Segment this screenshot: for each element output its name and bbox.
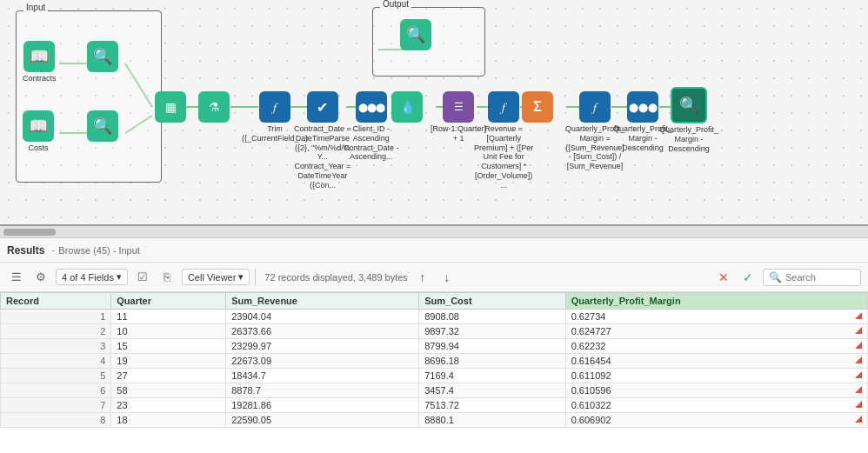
cell-sum-cost: 7169.4 — [419, 369, 566, 383]
table-row: 6 58 8878.7 3457.4 0.610596 — [1, 383, 868, 398]
col-record: Record — [1, 293, 111, 310]
cell-sum-revenue: 19281.86 — [226, 398, 419, 413]
output-bino-icon: 🔍 — [400, 19, 431, 50]
row-indicator — [855, 312, 862, 319]
datetime-label: Contract_Date =DateTimeParse({2}, "%m/%d… — [294, 124, 351, 190]
data-table-container: Record Quarter Sum_Revenue Sum_Cost Quar… — [0, 292, 868, 453]
confirm-btn[interactable]: ✓ — [738, 268, 758, 287]
trim-icon: 𝑓 — [259, 91, 290, 123]
node-costs[interactable]: 📖 Costs — [23, 110, 54, 153]
sort-label: Client_ID -AscendingContract_Date -Ascen… — [344, 124, 399, 162]
table-row: 7 23 19281.86 7513.72 0.610322 — [1, 398, 868, 413]
row-indicator — [855, 342, 862, 349]
cell-margin: 0.610322 — [565, 398, 867, 413]
search-container: 🔍 — [763, 269, 861, 286]
cell-quarter: 15 — [111, 339, 226, 354]
node-filter[interactable]: ⚗ — [198, 91, 230, 123]
node-join[interactable]: ▦ — [155, 91, 186, 123]
row-indicator — [855, 401, 862, 408]
cell-sum-cost: 7513.72 — [419, 398, 566, 413]
sort2-icon: ⬤⬤⬤ — [627, 91, 658, 123]
node-sample[interactable]: 💧 — [391, 91, 423, 123]
formula2-icon: 𝑓 — [579, 91, 611, 123]
arrow-up-btn[interactable]: ↑ — [413, 268, 432, 287]
cell-margin: 0.624727 — [565, 324, 867, 339]
final-bino-label: Quarterly_Profit_Margin -Descending — [659, 125, 718, 153]
node-datetime[interactable]: ✔ Contract_Date =DateTimeParse({2}, "%m/… — [294, 91, 351, 190]
contracts-bino-icon: 🔍 — [87, 41, 118, 72]
node-contracts-bino[interactable]: 🔍 — [87, 41, 118, 72]
fields-label: 4 of 4 Fields — [62, 272, 114, 283]
cell-sum-cost: 8799.94 — [419, 339, 566, 354]
node-costs-bino[interactable]: 🔍 — [87, 110, 118, 142]
summarize-icon: Σ — [522, 91, 553, 123]
funnel-icon[interactable]: ⚙ — [31, 268, 50, 287]
cell-sum-revenue: 8878.7 — [226, 383, 419, 398]
costs-bino-icon: 🔍 — [87, 110, 118, 142]
cell-quarter: 19 — [111, 354, 226, 369]
fields-dropdown[interactable]: 4 of 4 Fields ▾ — [56, 269, 128, 285]
cell-sum-revenue: 18434.7 — [226, 369, 419, 383]
cell-quarter: 10 — [111, 324, 226, 339]
data-table: Record Quarter Sum_Revenue Sum_Cost Quar… — [0, 292, 868, 428]
cell-sum-cost: 3457.4 — [419, 383, 566, 398]
main-container: Input Output 📖 Contracts 🔍 📖 Costs 🔍 ▦ — [0, 0, 868, 453]
col-sum-cost: Sum_Cost — [419, 293, 566, 310]
node-output-bino[interactable]: 🔍 — [400, 19, 431, 50]
row-indicator — [855, 371, 862, 378]
node-sort[interactable]: ⬤⬤⬤ Client_ID -AscendingContract_Date -A… — [344, 91, 399, 162]
formula-icon: 𝑓 — [488, 91, 519, 123]
cell-record: 6 — [1, 383, 111, 398]
cell-sum-cost: 8880.1 — [419, 413, 566, 428]
cell-quarter: 27 — [111, 369, 226, 383]
sample-icon: 💧 — [391, 91, 423, 123]
node-summarize[interactable]: Σ — [522, 91, 553, 123]
cell-record: 7 — [1, 398, 111, 413]
cell-viewer-label: Cell Viewer — [188, 272, 236, 283]
node-contracts[interactable]: 📖 Contracts — [23, 41, 57, 83]
cell-quarter: 23 — [111, 398, 226, 413]
contracts-icon: 📖 — [23, 41, 55, 72]
clear-btn[interactable]: ✕ — [714, 268, 733, 287]
table-header-row: Record Quarter Sum_Revenue Sum_Cost Quar… — [1, 293, 868, 310]
cell-record: 1 — [1, 310, 111, 324]
canvas-scrollbar[interactable] — [0, 226, 868, 238]
contracts-label: Contracts — [23, 74, 57, 83]
arrow-down-btn[interactable]: ↓ — [437, 268, 457, 287]
col-sum-revenue: Sum_Revenue — [226, 293, 419, 310]
cell-record: 2 — [1, 324, 111, 339]
multirow-icon: ☰ — [443, 91, 474, 123]
toolbar: ☰ ⚙ 4 of 4 Fields ▾ ☑ ⎘ Cell Viewer ▾ 72… — [0, 263, 868, 292]
row-indicator — [855, 386, 862, 393]
output-title: Output — [380, 0, 411, 9]
copy-icon[interactable]: ⎘ — [157, 268, 177, 287]
input-title: Input — [23, 3, 48, 12]
cell-margin: 0.62734 — [565, 310, 867, 324]
cell-record: 4 — [1, 354, 111, 369]
node-final-bino[interactable]: 🔍 Quarterly_Profit_Margin -Descending — [659, 87, 718, 153]
costs-icon: 📖 — [23, 110, 54, 142]
toggle-icon[interactable]: ☑ — [133, 268, 152, 287]
scroll-thumb[interactable] — [3, 229, 56, 236]
cell-sum-revenue: 22590.05 — [226, 413, 419, 428]
cell-sum-cost: 8908.08 — [419, 310, 566, 324]
table-row: 3 15 23299.97 8799.94 0.62232 — [1, 339, 868, 354]
row-indicator — [855, 356, 862, 363]
cell-record: 3 — [1, 339, 111, 354]
table-row: 4 19 22673.09 8696.18 0.616454 — [1, 354, 868, 369]
cell-viewer-dropdown[interactable]: Cell Viewer ▾ — [182, 269, 250, 285]
datetime-icon: ✔ — [307, 91, 338, 123]
table-row: 1 11 23904.04 8908.08 0.62734 — [1, 310, 868, 324]
separator1 — [255, 269, 256, 286]
fields-chevron: ▾ — [117, 271, 122, 283]
search-input[interactable] — [785, 272, 855, 283]
record-count: 72 records displayed, 3,489 bytes — [264, 272, 408, 283]
cell-sum-revenue: 23299.97 — [226, 339, 419, 354]
formula-label: Revenue =[QuarterlyPremium] + ([PerUnit … — [474, 124, 533, 190]
table-row: 8 18 22590.05 8880.1 0.606902 — [1, 413, 868, 428]
menu-icon[interactable]: ☰ — [7, 268, 26, 287]
cell-quarter: 18 — [111, 413, 226, 428]
table-body: 1 11 23904.04 8908.08 0.62734 2 10 26373… — [1, 310, 868, 428]
input-container: Input — [16, 10, 162, 183]
cell-margin: 0.611092 — [565, 369, 867, 383]
